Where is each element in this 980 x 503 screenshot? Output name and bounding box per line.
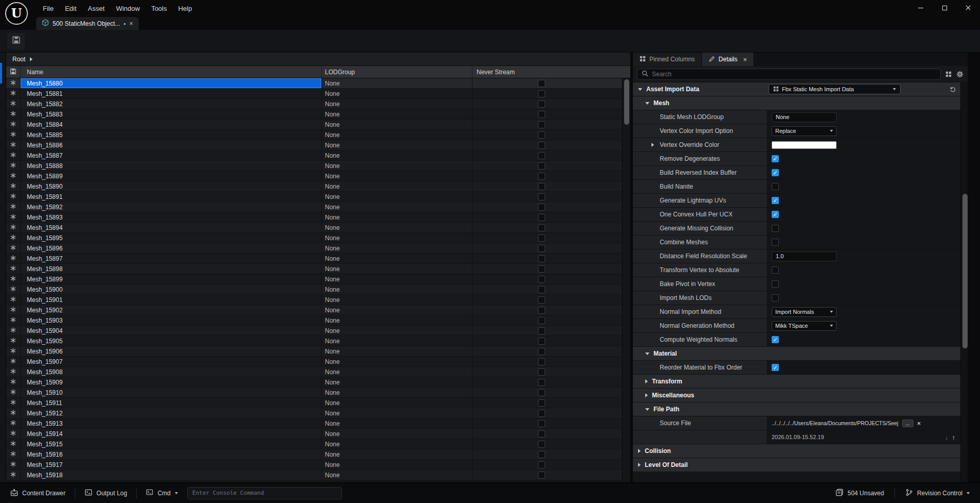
table-row[interactable]: Mesh_15899 None — [6, 274, 630, 284]
table-row[interactable]: Mesh_15917 None — [6, 460, 630, 470]
row-name-cell[interactable]: Mesh_15881 — [21, 89, 322, 99]
chevron-down-icon[interactable] — [645, 408, 649, 411]
column-header-never-stream[interactable]: Never Stream — [472, 66, 630, 78]
row-lodgroup-cell[interactable]: None — [322, 284, 472, 295]
details-category-asset-import-data[interactable]: Asset Import DataFbx Static Mesh Import … — [633, 82, 968, 96]
asset-tab[interactable]: 500 StaticMesh Object... • × — [36, 17, 139, 30]
row-name-cell[interactable]: Mesh_15897 — [21, 254, 322, 264]
row-name-cell[interactable]: Mesh_15914 — [21, 429, 322, 439]
row-name-cell[interactable]: Mesh_15885 — [21, 130, 322, 140]
details-category-transform[interactable]: Transform — [633, 375, 968, 389]
table-row[interactable]: Mesh_15889 None — [6, 171, 630, 181]
save-column-header[interactable] — [6, 66, 21, 78]
chevron-right-icon[interactable] — [638, 449, 641, 453]
never-stream-checkbox[interactable] — [538, 121, 545, 128]
close-button[interactable] — [956, 0, 980, 16]
never-stream-checkbox[interactable] — [538, 183, 545, 190]
row-lodgroup-cell[interactable]: None — [322, 388, 472, 398]
property-textbox[interactable]: None — [772, 112, 837, 122]
table-row[interactable]: Mesh_15900 None — [6, 284, 630, 295]
row-lodgroup-cell[interactable]: None — [322, 140, 472, 150]
row-name-cell[interactable]: Mesh_15894 — [21, 223, 322, 233]
row-name-cell[interactable]: Mesh_15900 — [21, 284, 322, 295]
details-category-collision[interactable]: Collision — [633, 444, 968, 458]
row-lodgroup-cell[interactable]: None — [322, 99, 472, 109]
never-stream-checkbox[interactable] — [538, 214, 545, 221]
row-lodgroup-cell[interactable]: None — [322, 181, 472, 192]
table-row[interactable]: Mesh_15892 None — [6, 202, 630, 212]
row-lodgroup-cell[interactable]: None — [322, 470, 472, 480]
chevron-down-icon[interactable] — [638, 88, 642, 91]
never-stream-checkbox[interactable] — [538, 389, 545, 396]
row-lodgroup-cell[interactable]: None — [322, 78, 472, 89]
column-header-lodgroup[interactable]: LODGroup — [322, 66, 472, 78]
row-name-cell[interactable]: Mesh_15888 — [21, 161, 322, 171]
maximize-button[interactable] — [933, 0, 956, 16]
never-stream-checkbox[interactable] — [538, 173, 545, 180]
search-input[interactable]: Search — [637, 69, 941, 80]
row-name-cell[interactable]: Mesh_15907 — [21, 357, 322, 367]
never-stream-checkbox[interactable] — [538, 265, 545, 273]
console-command-input[interactable] — [187, 487, 342, 499]
never-stream-checkbox[interactable] — [538, 368, 545, 376]
never-stream-checkbox[interactable] — [538, 245, 545, 252]
table-row[interactable]: Mesh_15913 None — [6, 418, 630, 429]
never-stream-checkbox[interactable] — [538, 410, 545, 417]
table-row[interactable]: Mesh_15906 None — [6, 346, 630, 357]
details-category-file-path[interactable]: File Path — [633, 403, 968, 416]
details-category-level-of-detail[interactable]: Level Of Detail — [633, 458, 968, 472]
row-name-cell[interactable]: Mesh_15902 — [21, 305, 322, 315]
row-name-cell[interactable]: Mesh_15899 — [21, 274, 322, 284]
table-scrollbar-thumb[interactable] — [624, 79, 629, 125]
never-stream-checkbox[interactable] — [538, 348, 545, 355]
row-name-cell[interactable]: Mesh_15913 — [21, 418, 322, 429]
row-name-cell[interactable]: Mesh_15911 — [21, 398, 322, 408]
never-stream-checkbox[interactable] — [538, 162, 545, 170]
asset-class-dropdown[interactable]: Fbx Static Mesh Import Data — [769, 84, 901, 94]
row-lodgroup-cell[interactable]: None — [322, 326, 472, 336]
row-lodgroup-cell[interactable]: None — [322, 243, 472, 254]
row-name-cell[interactable]: Mesh_15892 — [21, 202, 322, 212]
table-row[interactable]: Mesh_15884 None — [6, 120, 630, 130]
property-checkbox[interactable]: ✓ — [772, 336, 779, 343]
row-lodgroup-cell[interactable]: None — [322, 357, 472, 367]
never-stream-checkbox[interactable] — [538, 80, 545, 87]
row-lodgroup-cell[interactable]: None — [322, 192, 472, 202]
never-stream-checkbox[interactable] — [538, 224, 545, 231]
never-stream-checkbox[interactable] — [538, 255, 545, 262]
property-checkbox[interactable] — [772, 183, 779, 190]
chevron-down-icon[interactable] — [645, 102, 649, 105]
details-category-mesh[interactable]: Mesh — [633, 96, 968, 110]
row-name-cell[interactable]: Mesh_15918 — [21, 470, 322, 480]
row-lodgroup-cell[interactable]: None — [322, 439, 472, 449]
table-scrollbar[interactable] — [622, 78, 630, 482]
row-lodgroup-cell[interactable]: None — [322, 460, 472, 470]
row-name-cell[interactable]: Mesh_15910 — [21, 388, 322, 398]
table-row[interactable]: Mesh_15901 None — [6, 295, 630, 305]
never-stream-checkbox[interactable] — [538, 193, 545, 200]
table-row[interactable]: Mesh_15916 None — [6, 449, 630, 460]
property-checkbox[interactable] — [772, 280, 779, 288]
never-stream-checkbox[interactable] — [538, 100, 545, 108]
never-stream-checkbox[interactable] — [538, 430, 545, 438]
row-lodgroup-cell[interactable]: None — [322, 449, 472, 460]
color-swatch[interactable] — [772, 141, 837, 149]
row-name-cell[interactable]: Mesh_15896 — [21, 243, 322, 254]
never-stream-checkbox[interactable] — [538, 234, 545, 242]
row-name-cell[interactable]: Mesh_15890 — [21, 181, 322, 192]
tab-close-icon[interactable]: × — [129, 20, 134, 27]
table-row[interactable]: Mesh_15888 None — [6, 161, 630, 171]
property-checkbox[interactable] — [772, 225, 779, 232]
tab-details[interactable]: Details × — [702, 53, 754, 66]
menu-file[interactable]: File — [37, 3, 59, 14]
menu-help[interactable]: Help — [172, 3, 198, 14]
row-name-cell[interactable]: Mesh_15903 — [21, 315, 322, 326]
row-lodgroup-cell[interactable]: None — [322, 264, 472, 274]
table-row[interactable]: Mesh_15891 None — [6, 192, 630, 202]
column-view-icon[interactable] — [945, 71, 952, 77]
table-row[interactable]: Mesh_15912 None — [6, 408, 630, 418]
property-checkbox[interactable] — [772, 239, 779, 246]
row-name-cell[interactable]: Mesh_15887 — [21, 150, 322, 161]
table-row[interactable]: Mesh_15885 None — [6, 130, 630, 140]
row-lodgroup-cell[interactable]: None — [322, 150, 472, 161]
